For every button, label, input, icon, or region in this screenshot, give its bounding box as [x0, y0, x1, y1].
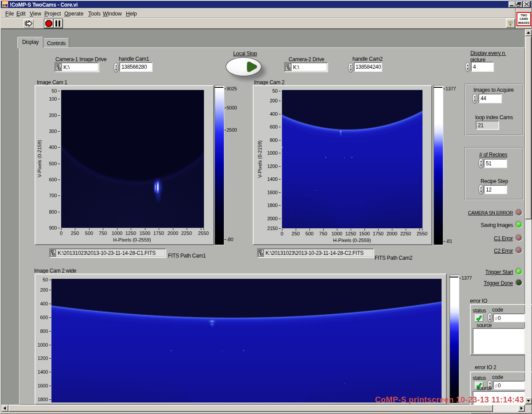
svg-text:?: ?	[509, 20, 512, 27]
